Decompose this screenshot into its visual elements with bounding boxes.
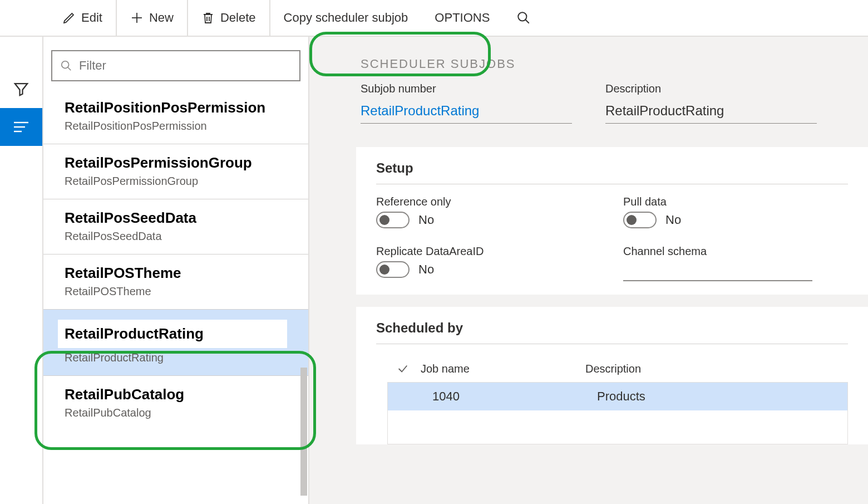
channel-schema-input[interactable] <box>623 261 812 281</box>
subjob-number-label: Subjob number <box>361 82 572 95</box>
list-item-title: RetailPOSTheme <box>65 265 287 282</box>
pull-data-value: No <box>665 213 681 227</box>
list-lines-icon <box>13 120 29 134</box>
copy-subjob-label: Copy scheduler subjob <box>284 11 408 25</box>
detail-pane: SCHEDULER SUBJOBS Subjob number RetailPr… <box>309 37 868 504</box>
reference-only-toggle[interactable] <box>376 212 410 228</box>
workspace: RetailPositionPosPermission RetailPositi… <box>42 37 868 504</box>
list-item-subtitle: RetailPosSeedData <box>65 230 287 243</box>
search-button[interactable] <box>503 11 544 25</box>
table-body: 1040 Products <box>387 382 848 444</box>
channel-schema-field: Channel schema <box>623 245 848 281</box>
replicate-toggle[interactable] <box>376 261 410 278</box>
new-label: New <box>149 11 174 25</box>
options-button[interactable]: OPTIONS <box>421 0 503 36</box>
list-item-title: RetailPubCatalog <box>65 386 287 403</box>
list-item-title: RetailPosPermissionGroup <box>65 154 287 172</box>
pull-data-toggle[interactable] <box>623 212 657 228</box>
select-all-checkbox[interactable] <box>396 362 410 375</box>
command-bar: Edit New Delete Copy scheduler subjob OP… <box>0 0 868 37</box>
edit-label: Edit <box>81 11 102 25</box>
filter-input-wrapper[interactable] <box>51 50 300 81</box>
replicate-field: Replicate DataAreaID No <box>376 245 601 281</box>
list-item-subtitle: RetailProductRating <box>65 351 287 364</box>
list-item-subtitle: RetailPositionPosPermission <box>65 120 287 133</box>
cell-jobname: 1040 <box>430 389 586 404</box>
scrollbar-thumb[interactable] <box>300 368 307 496</box>
list-item[interactable]: RetailPosSeedData RetailPosSeedData <box>43 199 308 255</box>
list-item-subtitle: RetailPosPermissionGroup <box>65 175 287 188</box>
reference-only-label: Reference only <box>376 195 601 208</box>
list-item-title: RetailProductRating <box>65 325 280 342</box>
search-icon <box>60 60 72 72</box>
table-row[interactable]: 1040 Products <box>388 383 847 410</box>
table-header: Job name Description <box>376 355 868 382</box>
svg-line-11 <box>68 67 71 71</box>
list-rail-button[interactable] <box>0 108 42 146</box>
channel-schema-label: Channel schema <box>623 245 848 258</box>
list-item[interactable]: RetailPOSTheme RetailPOSTheme <box>43 255 308 310</box>
svg-line-6 <box>526 19 530 23</box>
svg-point-5 <box>519 12 527 21</box>
setup-title: Setup <box>376 160 848 184</box>
trash-icon <box>201 11 215 25</box>
list-item[interactable]: RetailPosPermissionGroup RetailPosPermis… <box>43 144 308 199</box>
list-item-selected[interactable]: RetailProductRating RetailProductRating <box>43 310 308 376</box>
replicate-value: No <box>418 262 434 277</box>
plus-icon <box>130 11 144 25</box>
list-pane: RetailPositionPosPermission RetailPositi… <box>43 37 309 504</box>
description-field: Description RetailProductRating <box>605 82 817 124</box>
list-item-subtitle: RetailPOSTheme <box>65 285 287 298</box>
subjob-number-value[interactable]: RetailProductRating <box>361 99 572 124</box>
page-header: SCHEDULER SUBJOBS <box>332 37 868 78</box>
description-value[interactable]: RetailProductRating <box>605 99 817 124</box>
row-checkbox[interactable] <box>408 390 421 403</box>
delete-label: Delete <box>220 11 256 25</box>
col-header-jobname[interactable]: Job name <box>418 363 574 375</box>
col-header-description[interactable]: Description <box>583 363 857 375</box>
list-item[interactable]: RetailPubCatalog RetailPubCatalog <box>43 376 308 430</box>
cell-description: Products <box>595 389 836 404</box>
search-icon <box>516 11 531 25</box>
pull-data-label: Pull data <box>623 195 848 208</box>
replicate-label: Replicate DataAreaID <box>376 245 601 258</box>
subjob-list: RetailPositionPosPermission RetailPositi… <box>43 95 308 504</box>
list-item-title: RetailPosSeedData <box>65 209 287 227</box>
subjob-number-field: Subjob number RetailProductRating <box>361 82 572 124</box>
edit-button[interactable]: Edit <box>49 0 117 36</box>
options-label: OPTIONS <box>435 11 490 25</box>
list-item-title: RetailPositionPosPermission <box>65 99 287 116</box>
description-label: Description <box>605 82 817 95</box>
list-item[interactable]: RetailPositionPosPermission RetailPositi… <box>43 95 308 144</box>
scheduled-by-section: Scheduled by Job name Description 1040 P… <box>356 307 868 444</box>
pencil-icon <box>62 11 76 25</box>
left-rail <box>0 37 42 504</box>
check-icon <box>397 363 409 375</box>
svg-point-10 <box>62 61 69 68</box>
new-button[interactable]: New <box>117 0 188 36</box>
pull-data-field: Pull data No <box>623 195 848 228</box>
filter-input[interactable] <box>79 58 292 73</box>
scheduled-by-title: Scheduled by <box>376 320 848 344</box>
filter-rail-button[interactable] <box>0 70 42 108</box>
reference-only-field: Reference only No <box>376 195 601 228</box>
reference-only-value: No <box>418 213 434 227</box>
delete-button[interactable]: Delete <box>188 0 270 36</box>
list-item-subtitle: RetailPubCatalog <box>65 407 287 419</box>
funnel-icon <box>13 81 29 97</box>
setup-section: Setup Reference only No Pull data No <box>356 147 868 295</box>
copy-subjob-button[interactable]: Copy scheduler subjob <box>270 0 422 36</box>
